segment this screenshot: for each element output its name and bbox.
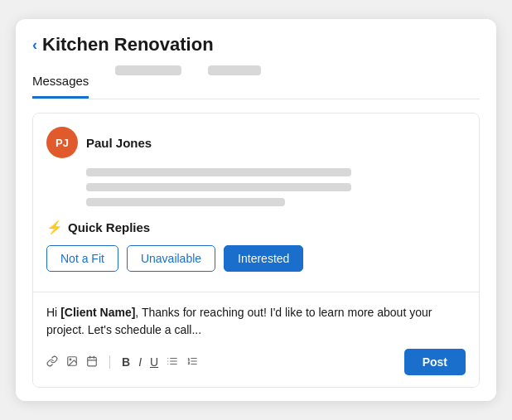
calendar-icon[interactable] bbox=[86, 355, 98, 369]
list-ol-icon[interactable] bbox=[186, 355, 198, 369]
unavailable-button[interactable]: Unavailable bbox=[127, 245, 215, 272]
client-name: [Client Name] bbox=[60, 306, 135, 319]
message-panel: PJ Paul Jones ⚡ Quick Replies Not a Fit bbox=[32, 113, 480, 388]
card-header: ‹ Kitchen Renovation Messages bbox=[16, 19, 496, 99]
message-content: PJ Paul Jones ⚡ Quick Replies Not a Fit bbox=[33, 113, 479, 292]
page-title: Kitchen Renovation bbox=[42, 34, 214, 56]
sender-name: Paul Jones bbox=[86, 136, 152, 150]
reply-area: Hi [Client Name], Thanks for reaching ou… bbox=[33, 292, 479, 387]
link-icon[interactable] bbox=[46, 355, 58, 369]
back-chevron-icon[interactable]: ‹ bbox=[32, 36, 37, 54]
interested-button[interactable]: Interested bbox=[224, 245, 303, 272]
avatar: PJ bbox=[46, 127, 78, 158]
underline-icon[interactable]: U bbox=[150, 355, 158, 369]
not-a-fit-button[interactable]: Not a Fit bbox=[46, 245, 118, 272]
tabs-row: Messages bbox=[32, 65, 480, 99]
svg-rect-2 bbox=[88, 357, 97, 366]
quick-replies-section: ⚡ Quick Replies Not a Fit Unavailable In… bbox=[46, 220, 466, 272]
message-lines bbox=[86, 168, 466, 206]
tab-messages[interactable]: Messages bbox=[32, 67, 89, 99]
list-ul-icon[interactable] bbox=[167, 355, 178, 369]
bolt-icon: ⚡ bbox=[46, 220, 63, 235]
bold-icon[interactable]: B bbox=[122, 355, 130, 369]
tab-placeholder-2 bbox=[208, 65, 261, 75]
post-button[interactable]: Post bbox=[404, 349, 466, 375]
msg-line-1 bbox=[86, 168, 351, 176]
quick-reply-buttons: Not a Fit Unavailable Interested bbox=[46, 245, 466, 272]
reply-prefix: Hi bbox=[46, 306, 60, 319]
tab-placeholder-1 bbox=[115, 65, 181, 75]
msg-line-3 bbox=[86, 198, 285, 206]
toolbar-row: B I U Post bbox=[46, 349, 466, 375]
quick-replies-title: ⚡ Quick Replies bbox=[46, 220, 466, 235]
main-card: ‹ Kitchen Renovation Messages PJ Paul Jo… bbox=[16, 19, 496, 401]
quick-replies-label: Quick Replies bbox=[68, 220, 150, 234]
msg-line-2 bbox=[86, 183, 351, 191]
toolbar-divider bbox=[109, 355, 110, 369]
message-header: PJ Paul Jones bbox=[46, 127, 466, 158]
card-body: PJ Paul Jones ⚡ Quick Replies Not a Fit bbox=[16, 99, 496, 401]
image-icon[interactable] bbox=[66, 355, 78, 369]
svg-point-1 bbox=[70, 359, 71, 360]
italic-icon[interactable]: I bbox=[138, 355, 142, 369]
toolbar-icons: B I U bbox=[46, 355, 198, 369]
reply-text: Hi [Client Name], Thanks for reaching ou… bbox=[46, 304, 466, 339]
back-title-row: ‹ Kitchen Renovation bbox=[32, 34, 480, 56]
